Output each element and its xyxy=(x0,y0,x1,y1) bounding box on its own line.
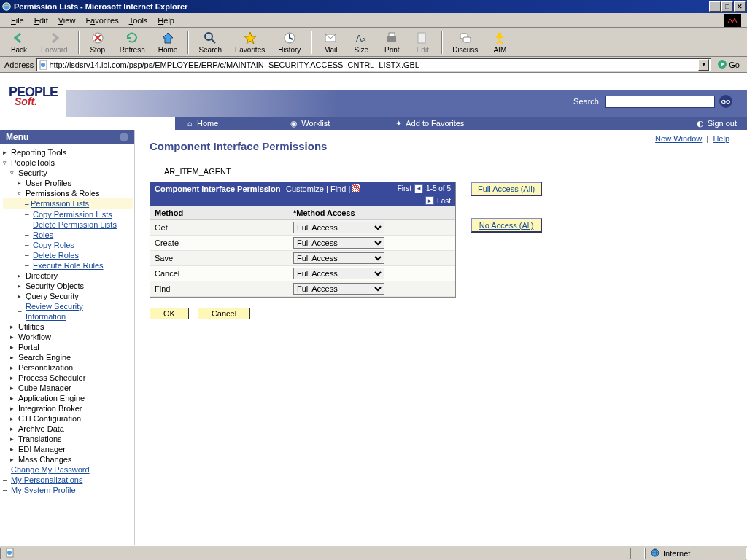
close-button[interactable]: ✕ xyxy=(734,1,746,12)
home-button[interactable]: Home xyxy=(152,29,184,55)
tree-label[interactable]: Roles xyxy=(33,230,53,240)
tree-node-application-engine[interactable]: Application Engine xyxy=(3,393,133,403)
menu-edit[interactable]: Edit xyxy=(29,15,53,26)
grid-next-icon[interactable]: ► xyxy=(425,196,434,205)
tree-label[interactable]: My System Profile xyxy=(11,485,76,495)
nav-worklist[interactable]: ◉Worklist xyxy=(279,119,340,128)
method-access-select[interactable]: Full Access xyxy=(293,268,384,279)
tree-label[interactable]: Permission Lists xyxy=(31,199,89,208)
tree-node-personalization[interactable]: Personalization xyxy=(3,362,133,373)
tree-node-change-my-password[interactable]: Change My Password xyxy=(3,464,133,475)
tree-label[interactable]: Copy Roles xyxy=(33,240,74,250)
tree-label[interactable]: Execute Role Rules xyxy=(33,260,104,271)
refresh-button[interactable]: Refresh xyxy=(114,29,151,55)
tree-node-peopletools[interactable]: PeopleTools xyxy=(3,158,133,168)
tree-node-utilities[interactable]: Utilities xyxy=(3,322,133,332)
menu-favorites[interactable]: Favorites xyxy=(80,15,123,26)
nav-signout[interactable]: ◐Sign out xyxy=(686,119,747,128)
cancel-button[interactable]: Cancel xyxy=(198,308,250,319)
back-button[interactable]: Back xyxy=(4,29,34,55)
method-access-select[interactable]: Full Access xyxy=(293,222,384,233)
maximize-button[interactable]: □ xyxy=(721,1,733,12)
tree-node-workflow[interactable]: Workflow xyxy=(3,332,133,342)
new-window-link[interactable]: New Window xyxy=(655,134,702,143)
nav-favorites-icon: ✦ xyxy=(394,119,403,128)
tree-node-permission-lists[interactable]: Permission Lists xyxy=(3,198,133,209)
tree-node-reporting-tools[interactable]: Reporting Tools xyxy=(3,147,133,158)
tree-node-review-security-information[interactable]: Review Security Information xyxy=(3,301,133,322)
tree-node-security[interactable]: Security xyxy=(3,168,133,178)
aim-button[interactable]: AIM xyxy=(485,29,514,55)
tree-node-directory[interactable]: Directory xyxy=(3,271,133,281)
tree-node-execute-role-rules[interactable]: Execute Role Rules xyxy=(3,260,133,271)
tree-node-permissions-&-roles[interactable]: Permissions & Roles xyxy=(3,188,133,198)
menu-tools[interactable]: Tools xyxy=(124,15,153,26)
grid-nav-first[interactable]: First xyxy=(398,184,411,192)
no-access-all-button[interactable]: No Access (All) xyxy=(471,218,542,233)
tree-node-translations[interactable]: Translations xyxy=(3,434,133,444)
tree-node-integration-broker[interactable]: Integration Broker xyxy=(3,403,133,413)
search-button[interactable]: Search xyxy=(193,29,228,55)
col-access[interactable]: *Method Access xyxy=(289,206,360,219)
nav-favorites[interactable]: ✦Add to Favorites xyxy=(384,119,474,128)
tree-node-archive-data[interactable]: Archive Data xyxy=(3,424,133,434)
tree-node-mass-changes[interactable]: Mass Changes xyxy=(3,454,133,464)
go-button[interactable]: Go xyxy=(714,59,743,71)
grid-download-icon[interactable] xyxy=(352,184,360,192)
tree-node-user-profiles[interactable]: User Profiles xyxy=(3,178,133,188)
tree-node-portal[interactable]: Portal xyxy=(3,342,133,352)
ok-button[interactable]: OK xyxy=(150,308,189,319)
sidebar-collapse-icon[interactable] xyxy=(120,133,128,141)
method-access-select[interactable]: Full Access xyxy=(293,252,384,264)
search-go-button[interactable]: GO xyxy=(719,95,732,108)
help-link[interactable]: Help xyxy=(713,134,729,143)
tree-label[interactable]: Review Security Information xyxy=(26,301,113,322)
edit-button[interactable]: Edit xyxy=(408,29,437,55)
tree-label[interactable]: Copy Permission Lists xyxy=(33,209,112,219)
tree-node-roles[interactable]: Roles xyxy=(3,230,133,240)
search-input[interactable] xyxy=(605,96,715,108)
nav-home[interactable]: ⌂Home xyxy=(175,119,228,128)
address-dropdown-icon[interactable]: ▼ xyxy=(698,59,709,71)
minimize-button[interactable]: _ xyxy=(709,1,721,12)
tree-label[interactable]: Delete Permission Lists xyxy=(33,219,117,230)
full-access-all-button[interactable]: Full Access (All) xyxy=(471,182,542,196)
print-button[interactable]: Print xyxy=(377,29,406,55)
tree-node-edi-manager[interactable]: EDI Manager xyxy=(3,444,133,454)
tree-node-query-security[interactable]: Query Security xyxy=(3,291,133,301)
method-access-select[interactable]: Full Access xyxy=(293,237,384,249)
menu-help[interactable]: Help xyxy=(152,15,179,26)
tree-node-delete-permission-lists[interactable]: Delete Permission Lists xyxy=(3,219,133,230)
tree-label: Search Engine xyxy=(18,352,71,362)
grid-nav-last[interactable]: Last xyxy=(437,197,451,205)
history-button[interactable]: History xyxy=(272,29,306,55)
method-access-select[interactable]: Full Access xyxy=(293,283,384,295)
size-button[interactable]: AASize xyxy=(347,29,376,55)
grid-prev-icon[interactable]: ◄ xyxy=(414,184,423,193)
address-input[interactable] xyxy=(49,61,698,69)
tree-label[interactable]: Delete Roles xyxy=(33,250,79,260)
tree-label[interactable]: Change My Password xyxy=(11,464,90,475)
tree-label[interactable]: My Personalizations xyxy=(11,475,82,485)
tree-node-search-engine[interactable]: Search Engine xyxy=(3,352,133,362)
stop-button[interactable]: Stop xyxy=(83,29,112,55)
menu-view[interactable]: View xyxy=(53,15,81,26)
tree-node-delete-roles[interactable]: Delete Roles xyxy=(3,250,133,260)
favorites-button[interactable]: Favorites xyxy=(229,29,271,55)
tree-node-my-system-profile[interactable]: My System Profile xyxy=(3,485,133,495)
tree-node-process-scheduler[interactable]: Process Scheduler xyxy=(3,373,133,383)
tree-node-security-objects[interactable]: Security Objects xyxy=(3,281,133,291)
forward-button[interactable]: Forward xyxy=(35,29,74,55)
grid-customize-link[interactable]: Customize xyxy=(286,184,324,193)
tree-node-copy-permission-lists[interactable]: Copy Permission Lists xyxy=(3,209,133,219)
grid-find-link[interactable]: Find xyxy=(330,184,346,193)
col-method[interactable]: Method xyxy=(150,206,289,219)
tree-node-my-personalizations[interactable]: My Personalizations xyxy=(3,475,133,485)
method-cell: Get xyxy=(150,221,289,234)
tree-node-cti-configuration[interactable]: CTI Configuration xyxy=(3,413,133,424)
mail-button[interactable]: Mail xyxy=(316,29,345,55)
discuss-button[interactable]: Discuss xyxy=(446,29,484,55)
menu-file[interactable]: File xyxy=(6,15,29,26)
tree-node-cube-manager[interactable]: Cube Manager xyxy=(3,383,133,393)
tree-node-copy-roles[interactable]: Copy Roles xyxy=(3,240,133,250)
